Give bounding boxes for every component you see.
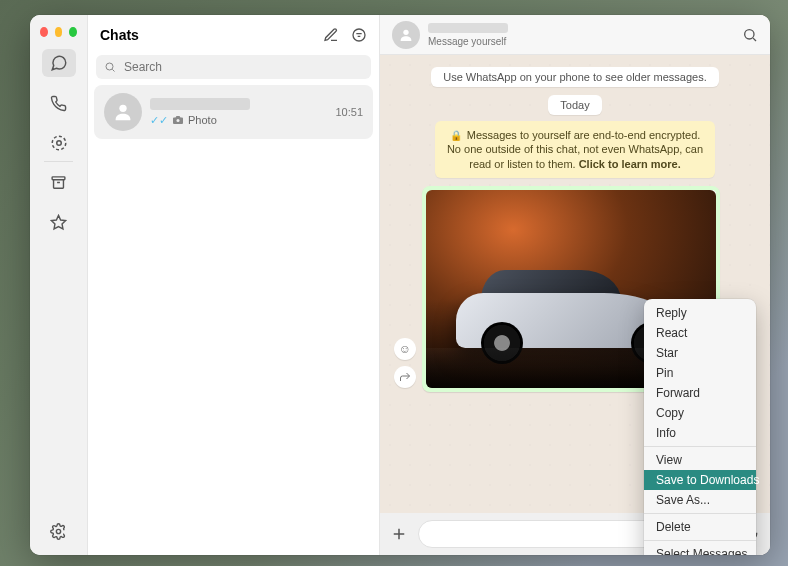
close-window-button[interactable] <box>40 27 48 37</box>
svg-point-4 <box>56 529 60 533</box>
chat-name-redacted <box>150 98 250 110</box>
smiley-icon: ☺ <box>399 342 411 356</box>
search-icon <box>742 27 758 43</box>
attach-button[interactable] <box>390 525 408 543</box>
chat-time: 10:51 <box>335 106 363 118</box>
minimize-window-button[interactable] <box>55 27 63 37</box>
sidebar-item-chats[interactable] <box>42 49 76 77</box>
filter-button[interactable] <box>351 27 367 43</box>
star-icon <box>50 214 67 231</box>
person-icon <box>112 101 134 123</box>
context-menu-item-info[interactable]: Info <box>644 423 756 443</box>
svg-rect-2 <box>52 176 65 179</box>
status-ring-icon <box>50 134 68 152</box>
chat-preview: ✓✓ Photo <box>150 114 327 127</box>
context-menu-item-save-to-downloads[interactable]: Save to Downloads <box>644 470 756 490</box>
date-pill: Today <box>548 95 601 115</box>
archive-box-icon <box>50 174 67 191</box>
app-window: Chats ✓✓ <box>30 15 770 555</box>
svg-point-9 <box>177 119 180 122</box>
gear-icon <box>50 523 67 540</box>
filter-circle-icon <box>351 27 367 43</box>
svg-point-8 <box>119 105 126 112</box>
context-menu-item-pin[interactable]: Pin <box>644 363 756 383</box>
context-menu-item-view[interactable]: View <box>644 450 756 470</box>
context-menu-item-reply[interactable]: Reply <box>644 303 756 323</box>
conversation-pane: Message yourself Use WhatsApp on your ph… <box>380 15 770 555</box>
forward-arrow-icon <box>399 371 411 383</box>
new-chat-button[interactable] <box>323 27 339 43</box>
phone-icon <box>50 95 67 112</box>
plus-icon <box>390 525 408 543</box>
sidebar-item-settings[interactable] <box>42 517 76 545</box>
conversation-name-redacted <box>428 23 508 33</box>
encryption-cta: Click to learn more. <box>579 158 681 170</box>
delivered-check-icon: ✓✓ <box>150 114 168 127</box>
context-menu-separator <box>644 446 756 447</box>
older-messages-banner[interactable]: Use WhatsApp on your phone to see older … <box>431 67 719 87</box>
lock-icon: 🔒 <box>450 130 462 141</box>
sidebar-item-archived[interactable] <box>42 168 76 196</box>
avatar <box>104 93 142 131</box>
svg-point-11 <box>745 29 754 38</box>
context-menu-item-star[interactable]: Star <box>644 343 756 363</box>
context-menu-item-react[interactable]: React <box>644 323 756 343</box>
context-menu-item-copy[interactable]: Copy <box>644 403 756 423</box>
context-menu-item-save-as[interactable]: Save As... <box>644 490 756 510</box>
nav-sidebar <box>30 15 88 555</box>
forward-button[interactable] <box>394 366 416 388</box>
encryption-banner[interactable]: 🔒 Messages to yourself are end-to-end en… <box>435 121 715 178</box>
svg-point-10 <box>403 29 408 34</box>
camera-icon <box>172 114 184 126</box>
chat-search-input[interactable] <box>122 59 363 75</box>
svg-line-12 <box>753 38 756 41</box>
person-icon <box>398 27 414 43</box>
context-menu-separator <box>644 540 756 541</box>
context-menu-item-delete[interactable]: Delete <box>644 517 756 537</box>
chats-panel: Chats ✓✓ <box>88 15 380 555</box>
chat-bubble-icon <box>50 54 68 72</box>
conversation-header: Message yourself <box>380 15 770 55</box>
svg-point-5 <box>353 29 365 41</box>
react-button[interactable]: ☺ <box>394 338 416 360</box>
fullscreen-window-button[interactable] <box>69 27 77 37</box>
sidebar-item-status[interactable] <box>42 129 76 157</box>
chats-title: Chats <box>100 27 139 43</box>
compose-icon <box>323 27 339 43</box>
chat-search[interactable] <box>96 55 371 79</box>
window-controls <box>30 21 87 47</box>
conversation-subtitle: Message yourself <box>428 36 734 47</box>
chat-preview-text: Photo <box>188 114 217 126</box>
avatar[interactable] <box>392 21 420 49</box>
sidebar-item-starred[interactable] <box>42 208 76 236</box>
context-menu-item-select-messages[interactable]: Select Messages <box>644 544 756 555</box>
svg-point-1 <box>56 141 61 146</box>
sidebar-item-calls[interactable] <box>42 89 76 117</box>
svg-point-6 <box>106 63 113 70</box>
conversation-search-button[interactable] <box>742 27 758 43</box>
chat-list-item[interactable]: ✓✓ Photo 10:51 <box>94 85 373 139</box>
search-icon <box>104 61 116 73</box>
context-menu-separator <box>644 513 756 514</box>
svg-marker-3 <box>51 215 65 228</box>
message-context-menu: ReplyReactStarPinForwardCopyInfoViewSave… <box>644 299 756 555</box>
svg-point-0 <box>52 136 66 150</box>
context-menu-item-forward[interactable]: Forward <box>644 383 756 403</box>
svg-line-7 <box>112 69 114 71</box>
